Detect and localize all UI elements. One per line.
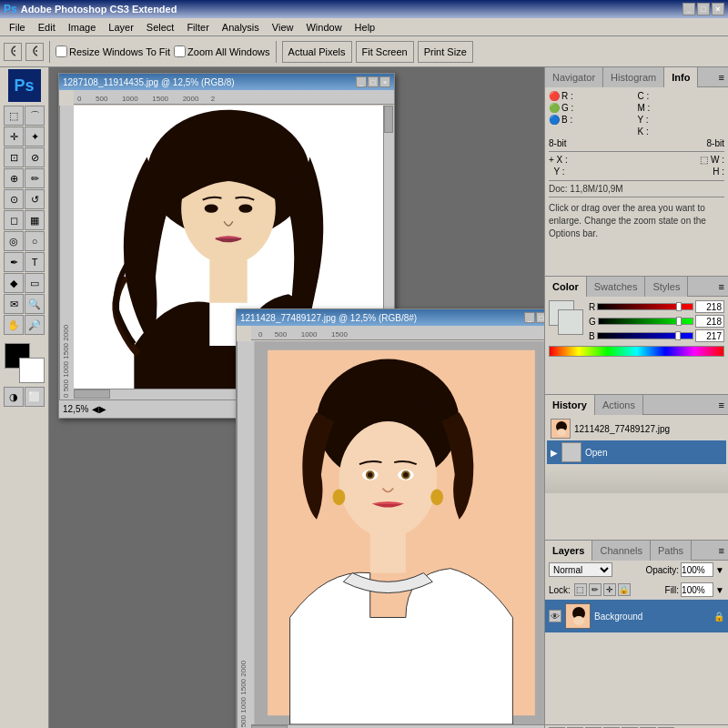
notes-tool[interactable]: ✉	[4, 294, 24, 314]
resize-windows-input[interactable]	[56, 46, 67, 57]
menu-file[interactable]: File	[4, 20, 31, 35]
tab-color[interactable]: Color	[545, 277, 587, 297]
layer-eye[interactable]: 👁	[549, 610, 561, 622]
blend-mode-select[interactable]: Normal	[549, 562, 612, 577]
doc2-titlebar[interactable]: 1211428_77489127.jpg @ 12,5% (RGB/8#) _ …	[237, 309, 544, 326]
clone-stamp-tool[interactable]: ⊙	[4, 189, 24, 209]
tab-navigator[interactable]: Navigator	[545, 67, 603, 87]
color-spectrum[interactable]	[549, 346, 724, 357]
magic-wand-tool[interactable]: ✦	[25, 126, 45, 147]
shape-tool[interactable]: ▭	[25, 273, 45, 293]
lock-image[interactable]: ✏	[589, 583, 602, 596]
eraser-tool[interactable]: ◻	[4, 210, 24, 230]
tab-channels[interactable]: Channels	[592, 541, 650, 561]
menu-select[interactable]: Select	[141, 20, 180, 35]
slider-g-thumb[interactable]	[676, 317, 682, 326]
doc1-close[interactable]: ×	[379, 76, 390, 87]
zoom-all-checkbox[interactable]: Zoom All Windows	[174, 46, 269, 57]
tab-histogram[interactable]: Histogram	[603, 67, 664, 87]
doc1-titlebar[interactable]: 1287108_11914435.jpg @ 12,5% (RGB/8) _ □…	[59, 74, 394, 90]
move-tool[interactable]: ✛	[4, 126, 24, 147]
doc2-scrollbar-h[interactable]	[251, 724, 544, 728]
hand-tool[interactable]: ✋	[4, 315, 24, 335]
lock-position[interactable]: ✛	[603, 583, 616, 596]
color-g-input[interactable]	[695, 315, 724, 328]
lasso-tool[interactable]: ⌒	[25, 106, 45, 126]
doc1-nav-left[interactable]: ◀	[92, 404, 99, 414]
background-color[interactable]	[19, 358, 45, 383]
slider-g-track[interactable]	[598, 318, 693, 325]
fill-arrow[interactable]: ▼	[715, 585, 724, 595]
tab-layers[interactable]: Layers	[545, 541, 592, 561]
doc1-scroll-thumb-h[interactable]	[74, 389, 110, 399]
menu-help[interactable]: Help	[349, 20, 381, 35]
eyedropper-tool[interactable]: 🔍	[25, 294, 45, 314]
zoom-tool[interactable]: 🔎	[25, 315, 45, 335]
history-item-1[interactable]: 1211428_77489127.jpg	[547, 417, 726, 440]
pen-tool[interactable]: ✒	[4, 252, 24, 272]
lock-transparency[interactable]: ⬚	[574, 583, 587, 596]
doc2-minimize[interactable]: _	[524, 312, 535, 323]
maximize-button[interactable]: □	[697, 3, 710, 15]
titlebar-buttons[interactable]: _ □ ×	[682, 3, 724, 15]
zoom-out-button[interactable]	[25, 43, 44, 61]
doc2-canvas-content[interactable]	[251, 341, 544, 724]
minimize-button[interactable]: _	[682, 3, 695, 15]
slider-b-track[interactable]	[597, 332, 693, 339]
close-button[interactable]: ×	[712, 3, 724, 15]
screen-mode-button[interactable]: ⬜	[25, 387, 45, 407]
color-b-input[interactable]	[695, 329, 724, 342]
doc2-maximize[interactable]: □	[536, 312, 544, 323]
fill-input[interactable]	[681, 582, 713, 597]
panel4-options[interactable]: ≡	[715, 543, 728, 558]
marquee-tool[interactable]: ⬚	[4, 106, 24, 126]
slider-b-thumb[interactable]	[675, 331, 681, 340]
type-tool[interactable]: T	[25, 252, 45, 272]
history-brush-tool[interactable]: ↺	[25, 189, 45, 209]
tab-paths[interactable]: Paths	[651, 541, 692, 561]
doc1-nav-right[interactable]: ▶	[99, 404, 106, 414]
tab-info[interactable]: Info	[664, 67, 698, 87]
brush-tool[interactable]: ✏	[25, 168, 45, 188]
dodge-tool[interactable]: ○	[25, 231, 45, 251]
opacity-input[interactable]	[681, 562, 713, 577]
slice-tool[interactable]: ⊘	[25, 147, 45, 167]
panel3-options[interactable]: ≡	[715, 398, 728, 412]
print-size-button[interactable]: Print Size	[418, 41, 473, 63]
menu-layer[interactable]: Layer	[103, 20, 139, 35]
tab-styles[interactable]: Styles	[645, 277, 688, 297]
fit-screen-button[interactable]: Fit Screen	[356, 41, 414, 63]
slider-r-track[interactable]	[597, 303, 693, 310]
panel1-options[interactable]: ≡	[715, 70, 728, 85]
tab-actions[interactable]: Actions	[595, 395, 643, 415]
tab-swatches[interactable]: Swatches	[587, 277, 646, 297]
resize-windows-checkbox[interactable]: Resize Windows To Fit	[56, 46, 170, 57]
menu-edit[interactable]: Edit	[33, 20, 61, 35]
panel2-options[interactable]: ≡	[715, 279, 728, 294]
menu-filter[interactable]: Filter	[181, 20, 214, 35]
gradient-tool[interactable]: ▦	[25, 210, 45, 230]
color-r-input[interactable]	[695, 300, 724, 313]
menu-window[interactable]: Window	[300, 20, 347, 35]
path-selection-tool[interactable]: ◆	[4, 273, 24, 293]
layer-background[interactable]: 👁 Background 🔒	[545, 600, 728, 633]
opacity-arrow[interactable]: ▼	[715, 565, 724, 575]
history-item-2[interactable]: ▶ Open	[547, 440, 726, 464]
doc1-minimize[interactable]: _	[356, 76, 367, 87]
slider-r-thumb[interactable]	[676, 302, 682, 311]
blur-tool[interactable]: ◎	[4, 231, 24, 251]
zoom-in-button[interactable]	[4, 43, 22, 61]
lock-all[interactable]: 🔒	[618, 583, 631, 596]
healing-brush-tool[interactable]: ⊕	[4, 168, 24, 188]
tab-history[interactable]: History	[545, 395, 595, 415]
zoom-all-input[interactable]	[174, 46, 186, 57]
color-bg-swatch[interactable]	[558, 309, 583, 335]
crop-tool[interactable]: ⊡	[4, 147, 24, 167]
menu-view[interactable]: View	[267, 20, 299, 35]
doc1-buttons[interactable]: _ □ ×	[356, 76, 390, 87]
doc1-maximize[interactable]: □	[368, 76, 379, 87]
menu-analysis[interactable]: Analysis	[217, 20, 265, 35]
actual-pixels-button[interactable]: Actual Pixels	[282, 41, 352, 63]
menu-image[interactable]: Image	[63, 20, 102, 35]
doc1-scroll-thumb-v[interactable]	[384, 106, 393, 133]
